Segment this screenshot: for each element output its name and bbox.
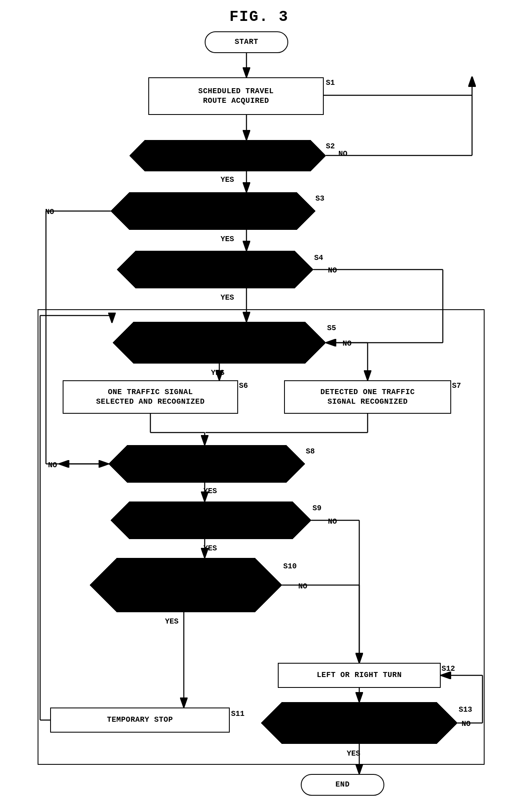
s4-label: S4: [314, 254, 323, 262]
s12-label: S12: [442, 664, 455, 673]
s5-yes-label: YES: [211, 369, 224, 377]
s10-no-label: NO: [298, 582, 307, 591]
start-node: START: [205, 31, 288, 53]
s9-node: OPPOSING VEHICLEAPPROACHING?: [111, 501, 311, 539]
s12-node: LEFT OR RIGHT TURN: [278, 663, 441, 688]
s2-label: S2: [326, 142, 335, 150]
s13-node: PASSED OUT OFINTERSECTION?: [261, 702, 457, 744]
s7-node: DETECTED ONE TRAFFICSIGNAL RECOGNIZED: [284, 380, 451, 414]
s13-label: S13: [459, 705, 472, 714]
s11-label: S11: [231, 710, 244, 718]
s9-yes-label: YES: [203, 544, 217, 552]
s8-label: S8: [306, 447, 315, 456]
s4-no-label: NO: [328, 266, 337, 275]
s3-label: S3: [315, 194, 325, 203]
s10-label: S10: [283, 562, 297, 570]
s6-label: S6: [239, 382, 248, 390]
s13-yes-label: YES: [347, 749, 360, 758]
s4-node: TRAFFIC SIGNALPRESENT IN FRONT?: [117, 251, 313, 288]
s9-label: S9: [312, 504, 322, 512]
s10-yes-label: YES: [165, 617, 178, 626]
s10-node: POSSIBILITY OFAPPROACHINGVEHICLE ENTERIN…: [90, 558, 282, 612]
s3-node: LEFT OR RIGHT TURNAT INTERSECTION?: [111, 192, 315, 230]
s5-label: S5: [327, 324, 336, 332]
s8-node: ENTERED INTOINTERSECTION?: [109, 445, 305, 483]
s13-no-label: NO: [462, 720, 471, 728]
s9-no-label: NO: [328, 517, 337, 526]
end-node: END: [301, 774, 384, 796]
s1-label: S1: [326, 79, 335, 87]
s6-node: ONE TRAFFIC SIGNALSELECTED AND RECOGNIZE…: [63, 380, 238, 414]
flowchart-diagram: FIG. 3 START SCHEDULED TRAVELROUTE ACQUI…: [0, 0, 518, 812]
s5-no-label: NO: [343, 339, 352, 348]
s3-yes-label: YES: [221, 235, 234, 243]
s11-node: TEMPORARY STOP: [50, 708, 230, 733]
s7-label: S7: [452, 382, 461, 390]
s2-yes-label: YES: [221, 176, 234, 184]
s5-node: PLURALITY OF TRAFFICSIGNALS DETECTED?: [113, 322, 326, 364]
s8-yes-label: YES: [203, 487, 217, 495]
s2-node: INTERSECTION DETECTED?: [130, 140, 326, 171]
diagram-title: FIG. 3: [0, 8, 518, 25]
s8-no-label: NO: [48, 461, 57, 469]
s2-no-label: NO: [338, 150, 348, 158]
s1-node: SCHEDULED TRAVELROUTE ACQUIRED: [148, 77, 324, 115]
s3-no-label: NO: [45, 208, 54, 216]
s4-yes-label: YES: [221, 293, 234, 302]
